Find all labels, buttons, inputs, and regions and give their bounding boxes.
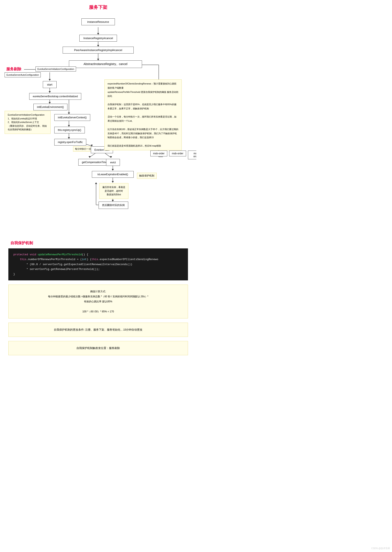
- svg-marker-29: [112, 181, 114, 183]
- svg-marker-19: [68, 137, 70, 139]
- svg-marker-13: [49, 102, 51, 104]
- trigger-protect-label: 触发保护机制: [137, 173, 157, 179]
- svg-marker-17: [68, 125, 70, 127]
- init-config-box: EurekaServerInitializerConfiguration: [35, 66, 76, 72]
- svg-marker-11: [49, 91, 51, 93]
- instance-resource-box: instanceResource: [81, 18, 115, 25]
- threshold-calc-note: 阈值计算方式: 每分钟能接受的最少续租次数 =微服务实例总数 *（60 秒 / …: [8, 284, 188, 319]
- init-eureka-env-box: initEurekaEnvironment(): [33, 104, 67, 110]
- is-lease-exp-box: isLeaseExpirationEnabled(): [92, 171, 134, 178]
- abstract-registry-box: AbstractInstanceRegistry。cancel: [69, 60, 142, 68]
- expected-renews-note: expectedNumberOfClientsSendingRenews：预计需…: [105, 80, 182, 150]
- svg-marker-1: [97, 33, 99, 35]
- svg-marker-25: [110, 156, 112, 158]
- context-init-box: eurekaServerBootstrap.contextInitialized: [29, 93, 81, 100]
- svg-marker-3: [97, 45, 99, 47]
- trigger-location-note: 自我保护机制触发发位置：服务剔除: [8, 341, 188, 355]
- svg-marker-34: [95, 182, 97, 184]
- code-block: protected void updateRenewsPerMinThresho…: [8, 248, 188, 280]
- svg-marker-23: [89, 156, 91, 158]
- init-eureka-ctx-box: initEurekaServerContext(): [54, 114, 90, 121]
- update-conditions-note: 自我保护机制的更改条件: 注册、服务下架、服务初始化，15分钟自动更改: [8, 323, 188, 337]
- peer-aware-box: PeerAwareInstanceRegistryImpl#cancel: [63, 47, 134, 53]
- open-traffic-box: registry.openForTraffic: [54, 139, 86, 145]
- msb-order-1: msb-order: [150, 151, 167, 156]
- svg-marker-31: [112, 200, 114, 202]
- svg-marker-27: [112, 169, 114, 171]
- instance-registry-cancel-box: InstanceRegistry#cancel: [79, 35, 117, 42]
- sync-up-box: this.registry.syncUp(): [54, 127, 85, 133]
- service-removal-label: 服务剔除: [6, 66, 21, 72]
- diagram-area: instanceResource InstanceRegistry#cancel…: [4, 15, 192, 240]
- svg-marker-5: [97, 59, 99, 60]
- evict-box: evict: [106, 159, 120, 166]
- svg-marker-21: [91, 145, 93, 146]
- init-config-note: EurekaServerInitializerConfiguration 1、初…: [5, 111, 50, 134]
- delete-instance-box: 然后删除对应的实例: [98, 202, 128, 209]
- page-title: 服务下架: [2, 4, 194, 10]
- self-protect-label: 自我保护机制: [10, 241, 33, 245]
- svg-marker-9: [49, 79, 51, 81]
- loop-note-box: 遍历所有实例，看着是 是否超时，超时时 数据放到到list: [99, 183, 128, 199]
- svg-marker-15: [68, 112, 70, 114]
- msb-order-3: msb-order: [188, 151, 196, 159]
- msb-order-2: msb-order: [169, 151, 186, 156]
- auto-config-box: EurekaServerAutoConfiguration: [5, 72, 41, 77]
- start-box: start: [43, 81, 56, 88]
- exec-per-min-label: 每分钟执行一次: [73, 146, 93, 152]
